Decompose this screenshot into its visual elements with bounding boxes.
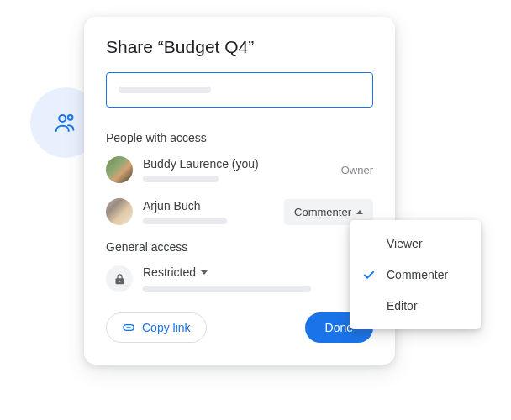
check-icon [361, 267, 377, 282]
link-icon [122, 321, 135, 334]
person-email-placeholder [143, 218, 227, 224]
role-dropdown-menu: Viewer Commenter Editor [350, 220, 481, 329]
dropdown-option-commenter[interactable]: Commenter [350, 259, 481, 291]
person-email-placeholder [143, 176, 219, 182]
dropdown-option-editor[interactable]: Editor [350, 291, 481, 321]
person-row: Arjun Buch Commenter [106, 198, 373, 225]
lock-circle [106, 265, 133, 292]
person-info: Buddy Laurence (you) [143, 157, 341, 182]
input-placeholder [119, 87, 211, 93]
general-section-label: General access [106, 240, 373, 254]
general-access-row: Restricted [106, 265, 373, 292]
owner-role-label: Owner [341, 164, 373, 176]
svg-point-0 [59, 115, 66, 122]
people-icon [53, 110, 78, 135]
role-label: Commenter [294, 206, 351, 218]
person-name: Arjun Buch [143, 199, 284, 213]
avatar [106, 198, 133, 225]
copy-link-button[interactable]: Copy link [106, 312, 207, 343]
lock-icon [113, 273, 126, 286]
caret-down-icon [201, 270, 208, 275]
access-description-placeholder [143, 286, 311, 292]
caret-up-icon [356, 210, 363, 214]
option-label: Commenter [387, 268, 448, 281]
avatar [106, 156, 133, 183]
person-row: Buddy Laurence (you) Owner [106, 156, 373, 183]
dropdown-option-viewer[interactable]: Viewer [350, 228, 481, 259]
access-mode-label: Restricted [143, 265, 196, 279]
option-label: Editor [387, 299, 418, 312]
copy-link-label: Copy link [142, 321, 191, 334]
dialog-footer: Copy link Done [106, 312, 373, 343]
check-slot [361, 267, 377, 282]
person-name: Buddy Laurence (you) [143, 157, 341, 171]
option-label: Viewer [387, 237, 423, 250]
share-dialog: Share “Budget Q4” People with access Bud… [84, 17, 395, 365]
add-people-input[interactable] [106, 72, 373, 108]
access-mode-dropdown[interactable]: Restricted [143, 265, 373, 279]
svg-point-1 [68, 115, 73, 120]
person-info: Arjun Buch [143, 199, 284, 224]
general-access-info: Restricted [143, 265, 373, 292]
people-section-label: People with access [106, 131, 373, 144]
dialog-title: Share “Budget Q4” [106, 37, 373, 57]
